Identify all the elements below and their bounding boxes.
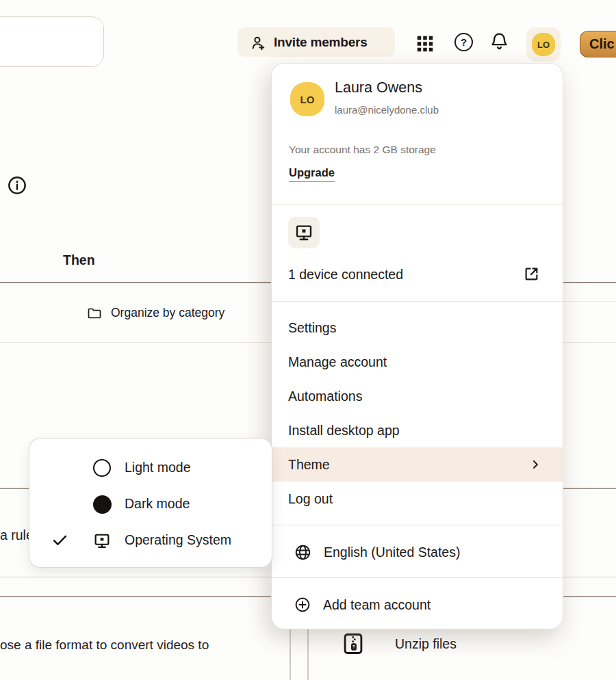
help-glyph: ? [461, 36, 467, 48]
light-mode-icon [92, 458, 112, 478]
cta-label: Clic [589, 36, 615, 52]
theme-option-dark[interactable]: Dark mode [29, 486, 272, 522]
menu-item-automations[interactable]: Automations [272, 379, 563, 413]
menu-divider [272, 525, 563, 525]
menu-item-theme[interactable]: Theme [272, 447, 563, 482]
theme-option-light[interactable]: Light mode [29, 449, 272, 486]
help-icon: ? [454, 33, 473, 51]
device-status: 1 device connected [288, 267, 403, 283]
menu-item-label: Log out [288, 491, 333, 507]
account-name: Laura Owens [335, 79, 422, 96]
menu-avatar-initials: LO [300, 94, 315, 105]
convert-text-fragment: ose a file format to convert videos to [0, 638, 260, 653]
device-icon-box [288, 217, 320, 248]
storage-text: Your account has 2 GB storage [289, 144, 436, 156]
add-team-label: Add team account [323, 597, 431, 613]
chevron-right-icon [528, 458, 542, 471]
menu-item-label: Manage account [288, 354, 387, 370]
organize-by-category-label: Organize by category [111, 306, 224, 320]
menu-item-settings[interactable]: Settings [272, 311, 563, 345]
theme-option-operating-system[interactable]: Operating System [29, 522, 272, 558]
zip-file-icon [340, 631, 366, 657]
account-menu: LO Laura Owens laura@nicelydone.club You… [272, 64, 563, 629]
menu-item-add-team-account[interactable]: Add team account [272, 587, 563, 623]
apps-grid-icon [415, 34, 435, 54]
info-button[interactable] [8, 176, 27, 195]
menu-item-manage-account[interactable]: Manage account [272, 345, 563, 379]
unzip-files-label: Unzip files [395, 636, 457, 652]
menu-item-label: Settings [288, 320, 336, 336]
theme-option-label: Light mode [125, 449, 190, 486]
avatar-initials: LO [537, 40, 550, 50]
menu-item-install-desktop-app[interactable]: Install desktop app [272, 413, 563, 447]
menu-item-log-out[interactable]: Log out [272, 482, 563, 516]
operating-system-icon [92, 531, 112, 550]
theme-option-label: Operating System [125, 522, 231, 558]
apps-grid-button[interactable] [415, 34, 435, 54]
avatar: LO [532, 33, 555, 56]
column-header-then: Then [63, 252, 95, 268]
monitor-icon [294, 222, 314, 243]
menu-item-label: Install desktop app [288, 423, 400, 439]
check-icon [51, 531, 69, 549]
unzip-files-row[interactable]: Unzip files [340, 631, 457, 657]
notifications-button[interactable] [489, 31, 510, 52]
language-label: English (United States) [324, 545, 460, 560]
invite-members-label: Invite members [274, 35, 368, 50]
info-icon [8, 176, 27, 195]
rule-action-row[interactable]: Organize by category [86, 304, 224, 321]
menu-divider [272, 204, 563, 205]
theme-submenu: Light mode Dark mode Operating System [29, 439, 272, 567]
cta-button-partial[interactable]: Clic [580, 31, 616, 57]
plus-circle-icon [294, 596, 311, 614]
upgrade-link[interactable]: Upgrade [289, 166, 335, 182]
folder-icon [86, 304, 103, 321]
menu-item-label: Automations [288, 389, 362, 404]
screen: Invite members ? LO Clic Then [0, 0, 616, 680]
search-box-partial[interactable] [0, 16, 104, 67]
globe-icon [294, 543, 312, 562]
dark-mode-icon [92, 495, 112, 514]
row-divider [563, 301, 616, 302]
theme-option-label: Dark mode [125, 486, 190, 522]
menu-divider [272, 577, 563, 578]
menu-item-language[interactable]: English (United States) [272, 534, 563, 570]
invite-members-button[interactable]: Invite members [238, 27, 395, 57]
bell-icon [489, 31, 510, 52]
help-button[interactable]: ? [454, 33, 473, 51]
person-add-icon [249, 33, 267, 52]
menu-divider [272, 301, 563, 302]
external-link-icon [522, 265, 541, 283]
account-email: laura@nicelydone.club [335, 104, 439, 116]
account-avatar-button[interactable]: LO [526, 27, 561, 62]
menu-item-label: Theme [288, 457, 330, 473]
menu-avatar: LO [290, 82, 324, 116]
open-devices-button[interactable] [522, 265, 541, 283]
